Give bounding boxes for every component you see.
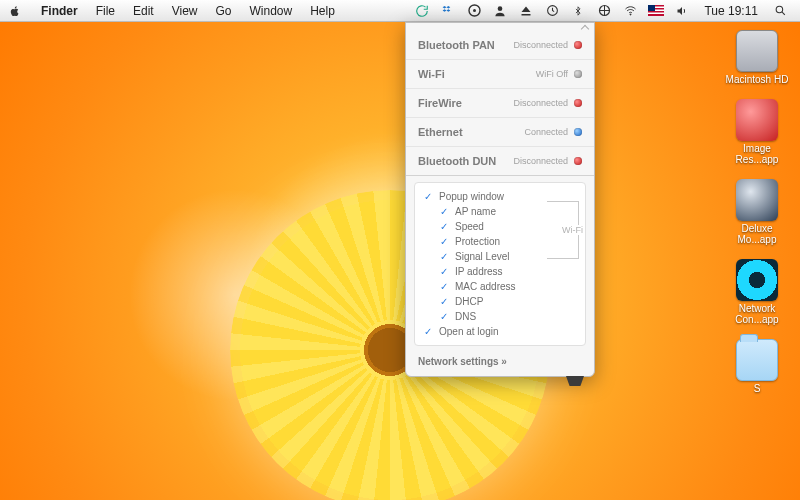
network-row-bluetooth-dun[interactable]: Bluetooth DUN Disconnected [406, 147, 594, 176]
menubar: Finder File Edit View Go Window Help Tue… [0, 0, 800, 22]
check-icon: ✓ [439, 282, 449, 292]
check-icon: ✓ [439, 222, 449, 232]
sync-icon[interactable] [414, 3, 430, 19]
network-name: Bluetooth PAN [418, 39, 495, 51]
option-signal-level[interactable]: ✓ Signal Level [421, 249, 579, 264]
status-led-icon [574, 70, 582, 78]
app-icon [736, 179, 778, 221]
time-machine-icon[interactable] [544, 3, 560, 19]
option-mac-address[interactable]: ✓ MAC address [421, 279, 579, 294]
option-label: MAC address [455, 281, 516, 292]
option-label: Signal Level [455, 251, 509, 262]
option-label: Open at login [439, 326, 499, 337]
menubar-extras: Tue 19:11 [414, 3, 792, 19]
option-dns[interactable]: ✓ DNS [421, 309, 579, 324]
wifi-icon[interactable] [622, 3, 638, 19]
network-status: Disconnected [513, 40, 582, 50]
network-interface-list: Bluetooth PAN Disconnected Wi-Fi WiFi Of… [406, 23, 594, 176]
option-dhcp[interactable]: ✓ DHCP [421, 294, 579, 309]
menubar-item-window[interactable]: Window [241, 0, 302, 22]
network-status: Disconnected [513, 156, 582, 166]
app-menu[interactable]: Finder [32, 0, 87, 22]
network-connection-panel: Bluetooth PAN Disconnected Wi-Fi WiFi Of… [405, 22, 595, 377]
menubar-item-help[interactable]: Help [301, 0, 344, 22]
option-label: DHCP [455, 296, 483, 307]
check-icon: ✓ [439, 207, 449, 217]
network-row-wifi[interactable]: Wi-Fi WiFi Off [406, 60, 594, 89]
check-icon: ✓ [439, 267, 449, 277]
desktop-icon-label: Image Res...app [722, 143, 792, 165]
app-icon [736, 99, 778, 141]
option-open-at-login[interactable]: ✓ Open at login [421, 324, 579, 339]
desktop-icons: Macintosh HD Image Res...app Deluxe Mo..… [722, 30, 792, 394]
desktop-icon-macintosh-hd[interactable]: Macintosh HD [726, 30, 789, 85]
network-status: WiFi Off [536, 69, 582, 79]
flag-us-icon[interactable] [648, 3, 664, 19]
check-icon: ✓ [439, 312, 449, 322]
desktop-icon-folder-s[interactable]: S [736, 339, 778, 394]
svg-point-1 [473, 9, 476, 12]
network-row-ethernet[interactable]: Ethernet Connected [406, 118, 594, 147]
option-label: AP name [455, 206, 496, 217]
network-menubar-icon[interactable] [596, 3, 612, 19]
option-label: Popup window [439, 191, 504, 202]
svg-rect-10 [648, 5, 655, 11]
option-popup-window[interactable]: ✓ Popup window [421, 189, 579, 204]
panel-anchor-icon [566, 376, 584, 386]
folder-icon [736, 339, 778, 381]
status-led-icon [574, 99, 582, 107]
desktop-icon-network-app[interactable]: Network Con...app [722, 259, 792, 325]
hard-drive-icon [736, 30, 778, 72]
desktop-icon-label: Deluxe Mo...app [722, 223, 792, 245]
spotlight-icon[interactable] [772, 3, 788, 19]
option-protection[interactable]: ✓ Protection [421, 234, 579, 249]
menubar-item-edit[interactable]: Edit [124, 0, 163, 22]
desktop-icon-image-res-app[interactable]: Image Res...app [722, 99, 792, 165]
menubar-item-file[interactable]: File [87, 0, 124, 22]
option-speed[interactable]: ✓ Speed [421, 219, 579, 234]
network-row-firewire[interactable]: FireWire Disconnected [406, 89, 594, 118]
user-switch-icon[interactable] [492, 3, 508, 19]
option-label: Speed [455, 221, 484, 232]
desktop: Finder File Edit View Go Window Help Tue… [0, 0, 800, 500]
svg-point-5 [630, 14, 631, 15]
svg-rect-9 [648, 13, 664, 15]
check-icon: ✓ [439, 297, 449, 307]
network-row-bluetooth-pan[interactable]: Bluetooth PAN Disconnected [406, 31, 594, 60]
check-icon: ✓ [423, 327, 433, 337]
option-label: Protection [455, 236, 500, 247]
network-name: Bluetooth DUN [418, 155, 496, 167]
desktop-icon-label: S [754, 383, 761, 394]
desktop-icon-label: Macintosh HD [726, 74, 789, 85]
desktop-icon-label: Network Con...app [722, 303, 792, 325]
menubar-item-view[interactable]: View [163, 0, 207, 22]
desktop-icon-deluxe-app[interactable]: Deluxe Mo...app [722, 179, 792, 245]
menubar-clock[interactable]: Tue 19:11 [700, 4, 762, 18]
panel-options: ✓ Popup window ✓ AP name ✓ Speed ✓ Prote… [414, 182, 586, 346]
dropbox-icon[interactable] [440, 3, 456, 19]
option-ap-name[interactable]: ✓ AP name [421, 204, 579, 219]
status-led-icon [574, 157, 582, 165]
option-ip-address[interactable]: ✓ IP address [421, 264, 579, 279]
network-name: Wi-Fi [418, 68, 445, 80]
menubar-item-go[interactable]: Go [207, 0, 241, 22]
check-icon: ✓ [439, 237, 449, 247]
status-led-icon [574, 128, 582, 136]
network-status: Disconnected [513, 98, 582, 108]
app-icon [736, 259, 778, 301]
option-label: IP address [455, 266, 503, 277]
apple-menu-icon[interactable] [8, 4, 22, 18]
check-icon: ✓ [439, 252, 449, 262]
status-led-icon [574, 41, 582, 49]
svg-point-11 [776, 6, 783, 13]
network-settings-link[interactable]: Network settings » [406, 350, 594, 370]
bluetooth-icon[interactable] [570, 3, 586, 19]
network-name: Ethernet [418, 126, 463, 138]
app-extra-icon[interactable] [466, 3, 482, 19]
network-name: FireWire [418, 97, 462, 109]
check-icon: ✓ [423, 192, 433, 202]
svg-point-2 [498, 6, 503, 11]
volume-icon[interactable] [674, 3, 690, 19]
option-label: DNS [455, 311, 476, 322]
eject-icon[interactable] [518, 3, 534, 19]
